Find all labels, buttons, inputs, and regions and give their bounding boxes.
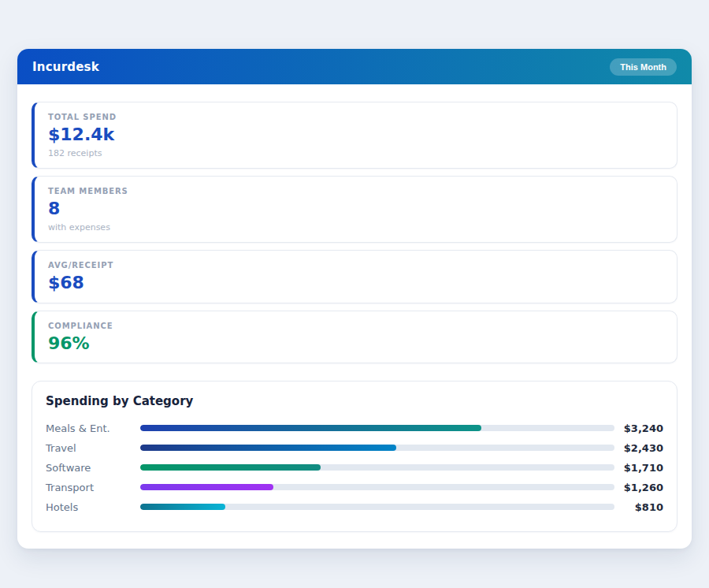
category-label: Travel xyxy=(46,442,140,454)
bar-track xyxy=(140,484,614,490)
dashboard-panel: Incurdesk This Month TOTAL SPEND $12.4k … xyxy=(17,49,692,549)
chart-row-hotels: Hotels $810 xyxy=(46,497,663,517)
category-label: Meals & Ent. xyxy=(46,422,140,434)
chart-row-meals: Meals & Ent. $3,240 xyxy=(46,419,663,438)
stat-label: COMPLIANCE xyxy=(48,322,663,330)
spending-by-category-card: Spending by Category Meals & Ent. $3,240… xyxy=(32,381,677,532)
stat-card-total-spend: TOTAL SPEND $12.4k 182 receipts xyxy=(32,102,677,169)
category-value: $2,430 xyxy=(614,442,663,454)
bar-fill-hotels xyxy=(140,504,225,510)
category-label: Hotels xyxy=(46,501,140,513)
stat-label: AVG/RECEIPT xyxy=(48,261,663,270)
category-label: Software xyxy=(46,462,140,474)
category-value: $810 xyxy=(614,501,663,513)
stat-card-avg-receipt: AVG/RECEIPT $68 xyxy=(32,250,677,303)
stat-value: $68 xyxy=(48,274,663,292)
chart-title: Spending by Category xyxy=(46,394,663,408)
bar-fill-meals xyxy=(140,425,481,431)
bar-track xyxy=(140,504,614,510)
bar-fill-software xyxy=(140,464,321,471)
chart-row-travel: Travel $2,430 xyxy=(46,438,663,458)
bar-fill-travel xyxy=(140,445,396,451)
category-value: $3,240 xyxy=(614,422,663,434)
stat-value: $12.4k xyxy=(48,125,663,144)
bar-track xyxy=(140,464,614,471)
stat-value: 96% xyxy=(48,334,663,353)
bar-fill-transport xyxy=(140,484,273,490)
stat-value: 8 xyxy=(48,199,663,218)
app-header: Incurdesk This Month xyxy=(17,49,692,84)
category-label: Transport xyxy=(46,482,140,493)
bar-track xyxy=(140,425,614,431)
app-title: Incurdesk xyxy=(32,60,99,74)
bar-track xyxy=(140,445,614,451)
category-value: $1,710 xyxy=(614,462,663,474)
category-value: $1,260 xyxy=(614,482,663,493)
stat-subtext: with expenses xyxy=(48,222,663,233)
stat-label: TOTAL SPEND xyxy=(48,113,663,121)
chart-row-software: Software $1,710 xyxy=(46,458,663,478)
stat-card-team-members: TEAM MEMBERS 8 with expenses xyxy=(32,176,677,243)
chart-row-transport: Transport $1,260 xyxy=(46,478,663,497)
stat-label: TEAM MEMBERS xyxy=(48,187,663,195)
stat-card-compliance: COMPLIANCE 96% xyxy=(32,311,677,363)
stat-subtext: 182 receipts xyxy=(48,148,663,158)
main-content: TOTAL SPEND $12.4k 182 receipts TEAM MEM… xyxy=(17,84,692,549)
period-badge[interactable]: This Month xyxy=(610,58,677,76)
